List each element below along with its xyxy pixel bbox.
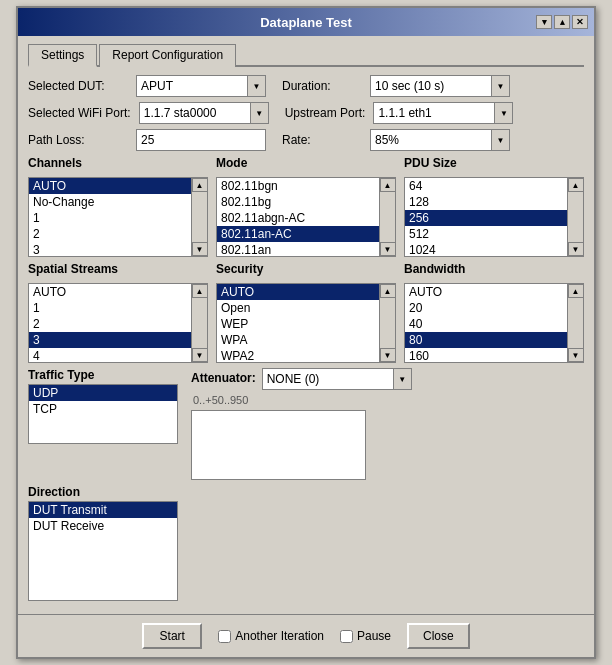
wifi-port-select[interactable]: 1.1.7 sta0000 ▼ [139, 102, 269, 124]
list-item[interactable]: 512 [405, 226, 567, 242]
attenuator-arrow[interactable]: ▼ [393, 369, 411, 389]
mode-listbox[interactable]: 802.11bgn 802.11bg 802.11abgn-AC 802.11a… [216, 177, 396, 257]
selected-dut-select[interactable]: APUT ▼ [136, 75, 266, 97]
list-item[interactable]: 4 [29, 348, 191, 362]
rate-arrow[interactable]: ▼ [491, 130, 509, 150]
list-item[interactable]: No-Change [29, 194, 191, 210]
path-loss-input[interactable] [136, 129, 266, 151]
list-item[interactable]: WPA [217, 332, 379, 348]
titlebar: Dataplane Test ▾ ▴ ✕ [18, 8, 594, 36]
close-button[interactable]: Close [407, 623, 470, 649]
list-item[interactable]: 64 [405, 178, 567, 194]
channels-listbox-container: AUTO No-Change 1 2 3 ▲ ▼ [28, 177, 208, 257]
list-item[interactable]: 256 [405, 210, 567, 226]
spatial-label: Spatial Streams [28, 262, 208, 276]
upstream-port-arrow[interactable]: ▼ [494, 103, 512, 123]
list-item[interactable]: 802.11bgn [217, 178, 379, 194]
iteration-checkbox-label[interactable]: Another Iteration [218, 629, 324, 643]
dut-duration-row: Selected DUT: APUT ▼ Duration: 10 sec (1… [28, 75, 584, 97]
list-item[interactable]: AUTO [29, 284, 191, 300]
bandwidth-listbox[interactable]: AUTO 20 40 80 160 ▲ ▼ [404, 283, 584, 363]
list-item[interactable]: 802.11an [217, 242, 379, 256]
scroll-track[interactable] [380, 192, 395, 242]
list-item[interactable]: 128 [405, 194, 567, 210]
wifi-port-arrow[interactable]: ▼ [250, 103, 268, 123]
duration-value: 10 sec (10 s) [371, 76, 491, 96]
list-item[interactable]: 2 [29, 316, 191, 332]
upstream-port-value: 1.1.1 eth1 [374, 103, 494, 123]
list-item[interactable]: 1 [29, 210, 191, 226]
security-listbox[interactable]: AUTO Open WEP WPA WPA2 ▲ ▼ [216, 283, 396, 363]
list-item[interactable]: 160 [405, 348, 567, 362]
scroll-up-btn[interactable]: ▲ [568, 284, 584, 298]
rate-label: Rate: [282, 133, 362, 147]
scroll-track[interactable] [380, 298, 395, 348]
scroll-down-btn[interactable]: ▼ [568, 242, 584, 256]
attenuator-select[interactable]: NONE (0) ▼ [262, 368, 412, 390]
maximize-button[interactable]: ▴ [554, 15, 570, 29]
scroll-down-btn[interactable]: ▼ [380, 242, 396, 256]
mode-items: 802.11bgn 802.11bg 802.11abgn-AC 802.11a… [217, 178, 379, 256]
selected-dut-arrow[interactable]: ▼ [247, 76, 265, 96]
tab-bar: Settings Report Configuration [28, 42, 584, 67]
bandwidth-items: AUTO 20 40 80 160 [405, 284, 567, 362]
spatial-listbox[interactable]: AUTO 1 2 3 4 ▲ ▼ [28, 283, 208, 363]
iteration-checkbox[interactable] [218, 630, 231, 643]
duration-select[interactable]: 10 sec (10 s) ▼ [370, 75, 510, 97]
pause-checkbox[interactable] [340, 630, 353, 643]
list-item[interactable]: DUT Receive [29, 518, 177, 534]
rate-select[interactable]: 85% ▼ [370, 129, 510, 151]
duration-arrow[interactable]: ▼ [491, 76, 509, 96]
list-item[interactable]: DUT Transmit [29, 502, 177, 518]
list-item[interactable]: 802.11bg [217, 194, 379, 210]
list-item[interactable]: Open [217, 300, 379, 316]
channels-mode-pdu-headers: Channels Mode PDU Size [28, 156, 584, 172]
list-item[interactable]: TCP [29, 401, 177, 417]
scroll-track[interactable] [192, 192, 207, 242]
scroll-track[interactable] [192, 298, 207, 348]
list-item[interactable]: WEP [217, 316, 379, 332]
list-item[interactable]: 802.11abgn-AC [217, 210, 379, 226]
scroll-up-btn[interactable]: ▲ [568, 178, 584, 192]
scroll-track[interactable] [568, 298, 583, 348]
scroll-up-btn[interactable]: ▲ [192, 178, 208, 192]
minimize-button[interactable]: ▾ [536, 15, 552, 29]
list-item[interactable]: 80 [405, 332, 567, 348]
attenuator-input-area[interactable] [191, 410, 366, 480]
start-button[interactable]: Start [142, 623, 202, 649]
list-item[interactable]: 40 [405, 316, 567, 332]
close-window-button[interactable]: ✕ [572, 15, 588, 29]
list-item[interactable]: UDP [29, 385, 177, 401]
list-item[interactable]: 3 [29, 242, 191, 256]
list-item[interactable]: 3 [29, 332, 191, 348]
direction-listbox[interactable]: DUT Transmit DUT Receive [28, 501, 178, 601]
scroll-up-btn[interactable]: ▲ [192, 284, 208, 298]
channels-listbox[interactable]: AUTO No-Change 1 2 3 ▲ ▼ [28, 177, 208, 257]
direction-label: Direction [28, 485, 183, 499]
list-item[interactable]: 20 [405, 300, 567, 316]
tab-report-configuration[interactable]: Report Configuration [99, 44, 236, 67]
rate-value: 85% [371, 130, 491, 150]
selected-dut-label: Selected DUT: [28, 79, 128, 93]
scroll-down-btn[interactable]: ▼ [192, 348, 208, 362]
list-item[interactable]: AUTO [29, 178, 191, 194]
scroll-track[interactable] [568, 192, 583, 242]
tab-settings[interactable]: Settings [28, 44, 97, 67]
list-item[interactable]: AUTO [405, 284, 567, 300]
scroll-down-btn[interactable]: ▼ [380, 348, 396, 362]
scroll-up-btn[interactable]: ▲ [380, 284, 396, 298]
list-item[interactable]: 2 [29, 226, 191, 242]
list-item[interactable]: 1024 [405, 242, 567, 256]
pause-checkbox-label[interactable]: Pause [340, 629, 391, 643]
list-item[interactable]: 802.11an-AC [217, 226, 379, 242]
scroll-down-btn[interactable]: ▼ [192, 242, 208, 256]
list-item[interactable]: 1 [29, 300, 191, 316]
list-item[interactable]: WPA2 [217, 348, 379, 362]
traffic-type-listbox[interactable]: UDP TCP [28, 384, 178, 444]
list-item[interactable]: AUTO [217, 284, 379, 300]
bandwidth-section: Bandwidth [404, 262, 584, 278]
upstream-port-select[interactable]: 1.1.1 eth1 ▼ [373, 102, 513, 124]
scroll-up-btn[interactable]: ▲ [380, 178, 396, 192]
pdu-listbox[interactable]: 64 128 256 512 1024 ▲ ▼ [404, 177, 584, 257]
scroll-down-btn[interactable]: ▼ [568, 348, 584, 362]
